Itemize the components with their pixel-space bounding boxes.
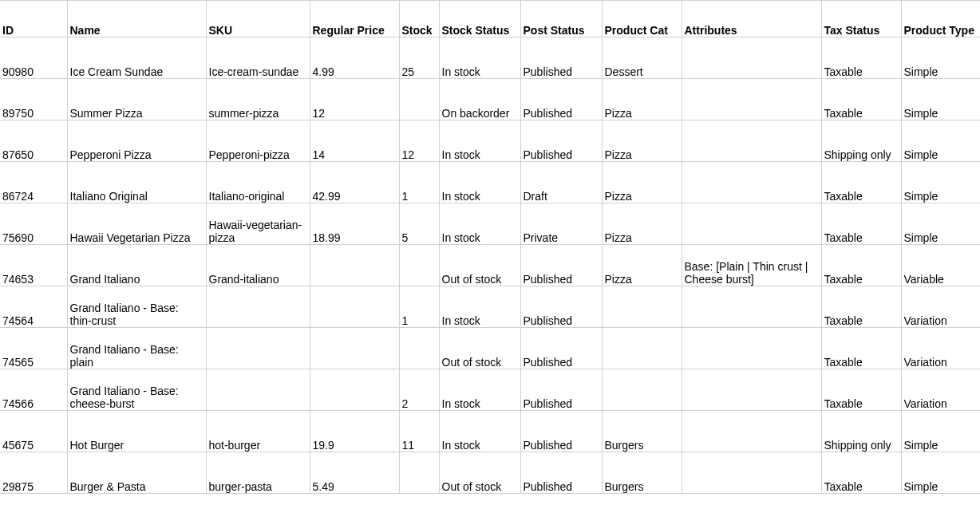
cell-tax_status: Taxable: [821, 162, 901, 203]
cell-sku: Grand-italiano: [206, 245, 310, 286]
cell-product_type: Simple: [901, 452, 980, 494]
cell-stock: [399, 452, 439, 494]
cell-sku: Pepperoni-pizza: [206, 120, 310, 162]
cell-stock: 5: [399, 203, 439, 245]
cell-name: Ice Cream Sundae: [67, 37, 206, 79]
cell-sku: [206, 328, 310, 369]
cell-post_status: Draft: [520, 162, 602, 203]
cell-price: [310, 369, 399, 411]
cell-price: [310, 286, 399, 328]
header-row: ID Name SKU Regular Price Stock Stock St…: [0, 1, 980, 37]
cell-product_type: Simple: [901, 411, 980, 452]
cell-product_type: Simple: [901, 162, 980, 203]
cell-stock_status: In stock: [439, 120, 520, 162]
cell-tax_status: Taxable: [821, 37, 901, 79]
cell-tax_status: Taxable: [821, 245, 901, 286]
table-row: 90980Ice Cream SundaeIce-cream-sundae4.9…: [0, 37, 980, 79]
cell-stock: [399, 245, 439, 286]
cell-stock: 25: [399, 37, 439, 79]
col-header-name: Name: [67, 1, 206, 37]
cell-stock: 1: [399, 162, 439, 203]
cell-product_cat: [602, 328, 682, 369]
cell-id: 87650: [0, 120, 67, 162]
cell-stock: [399, 79, 439, 120]
cell-sku: burger-pasta: [206, 452, 310, 494]
cell-stock_status: In stock: [439, 162, 520, 203]
cell-price: [310, 328, 399, 369]
col-header-price: Regular Price: [310, 1, 399, 37]
col-header-sku: SKU: [206, 1, 310, 37]
cell-name: Hot Burger: [67, 411, 206, 452]
cell-stock_status: Out of stock: [439, 328, 520, 369]
cell-sku: [206, 369, 310, 411]
table-row: 86724Italiano OriginalItaliano-original4…: [0, 162, 980, 203]
cell-id: 86724: [0, 162, 67, 203]
cell-post_status: Published: [520, 286, 602, 328]
cell-product_cat: [602, 369, 682, 411]
cell-attributes: [682, 411, 821, 452]
cell-sku: Hawaii-vegetarian-pizza: [206, 203, 310, 245]
cell-attributes: [682, 37, 821, 79]
cell-price: 42.99: [310, 162, 399, 203]
cell-tax_status: Taxable: [821, 369, 901, 411]
col-header-stock: Stock: [399, 1, 439, 37]
cell-post_status: Published: [520, 411, 602, 452]
cell-price: 12: [310, 79, 399, 120]
cell-price: 19.9: [310, 411, 399, 452]
cell-product_cat: Pizza: [602, 203, 682, 245]
table-row: 45675Hot Burgerhot-burger19.911In stockP…: [0, 411, 980, 452]
cell-product_cat: Dessert: [602, 37, 682, 79]
cell-name: Pepperoni Pizza: [67, 120, 206, 162]
cell-product_type: Variation: [901, 286, 980, 328]
cell-product_cat: Pizza: [602, 162, 682, 203]
table-row: 75690Hawaii Vegetarian PizzaHawaii-veget…: [0, 203, 980, 245]
col-header-id: ID: [0, 1, 67, 37]
cell-id: 89750: [0, 79, 67, 120]
cell-name: Grand Italiano: [67, 245, 206, 286]
cell-price: 18.99: [310, 203, 399, 245]
cell-post_status: Published: [520, 452, 602, 494]
cell-id: 90980: [0, 37, 67, 79]
col-header-product-cat: Product Cat: [602, 1, 682, 37]
cell-tax_status: Taxable: [821, 328, 901, 369]
cell-product_type: Variation: [901, 369, 980, 411]
cell-stock_status: Out of stock: [439, 245, 520, 286]
cell-id: 75690: [0, 203, 67, 245]
cell-post_status: Published: [520, 245, 602, 286]
cell-id: 45675: [0, 411, 67, 452]
cell-post_status: Published: [520, 328, 602, 369]
cell-stock: 12: [399, 120, 439, 162]
col-header-stock-status: Stock Status: [439, 1, 520, 37]
cell-id: 74653: [0, 245, 67, 286]
table-row: 74653Grand ItalianoGrand-italianoOut of …: [0, 245, 980, 286]
cell-name: Italiano Original: [67, 162, 206, 203]
cell-sku: hot-burger: [206, 411, 310, 452]
cell-id: 74566: [0, 369, 67, 411]
cell-stock_status: On backorder: [439, 79, 520, 120]
col-header-product-type: Product Type: [901, 1, 980, 37]
cell-stock: [399, 328, 439, 369]
cell-product_type: Variable: [901, 245, 980, 286]
cell-name: Burger & Pasta: [67, 452, 206, 494]
table-row: 29875Burger & Pastaburger-pasta5.49Out o…: [0, 452, 980, 494]
col-header-tax-status: Tax Status: [821, 1, 901, 37]
cell-name: Hawaii Vegetarian Pizza: [67, 203, 206, 245]
cell-product_cat: Pizza: [602, 245, 682, 286]
col-header-post-status: Post Status: [520, 1, 602, 37]
cell-price: 4.99: [310, 37, 399, 79]
cell-id: 29875: [0, 452, 67, 494]
cell-price: [310, 245, 399, 286]
cell-id: 74565: [0, 328, 67, 369]
cell-tax_status: Taxable: [821, 79, 901, 120]
table-row: 74565Grand Italiano - Base: plainOut of …: [0, 328, 980, 369]
cell-product_cat: Burgers: [602, 411, 682, 452]
table-row: 89750Summer Pizzasummer-pizza12On backor…: [0, 79, 980, 120]
cell-post_status: Published: [520, 37, 602, 79]
cell-tax_status: Shipping only: [821, 120, 901, 162]
cell-tax_status: Shipping only: [821, 411, 901, 452]
cell-attributes: Base: [Plain | Thin crust | Cheese burst…: [682, 245, 821, 286]
cell-sku: Ice-cream-sundae: [206, 37, 310, 79]
cell-stock_status: In stock: [439, 37, 520, 79]
cell-product_type: Variation: [901, 328, 980, 369]
table-row: 74564Grand Italiano - Base: thin-crust1I…: [0, 286, 980, 328]
